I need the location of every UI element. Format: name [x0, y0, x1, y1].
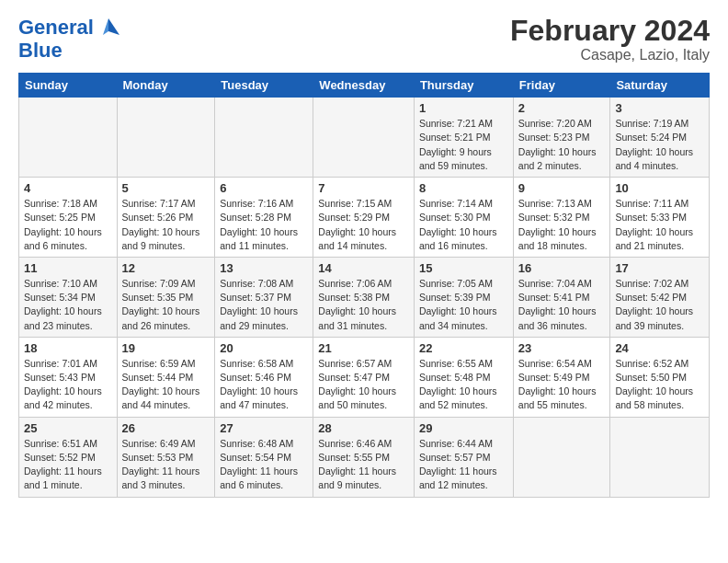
day-info: Sunrise: 6:59 AMSunset: 5:44 PMDaylight:… — [122, 357, 210, 413]
day-number: 25 — [24, 421, 112, 435]
table-row: 8Sunrise: 7:14 AMSunset: 5:30 PMDaylight… — [414, 178, 513, 258]
table-row: 17Sunrise: 7:02 AMSunset: 5:42 PMDayligh… — [610, 257, 710, 337]
day-info: Sunrise: 7:01 AMSunset: 5:43 PMDaylight:… — [24, 357, 112, 413]
day-number: 5 — [122, 181, 210, 195]
calendar-row-0: 1Sunrise: 7:21 AMSunset: 5:21 PMDaylight… — [19, 98, 710, 178]
col-monday: Monday — [117, 74, 215, 98]
table-row: 25Sunrise: 6:51 AMSunset: 5:52 PMDayligh… — [19, 417, 118, 497]
day-number: 29 — [419, 421, 508, 435]
table-row: 18Sunrise: 7:01 AMSunset: 5:43 PMDayligh… — [19, 337, 118, 417]
header: General Blue February 2024 Casape, Lazio… — [18, 15, 710, 63]
col-friday: Friday — [513, 74, 610, 98]
day-info: Sunrise: 7:18 AMSunset: 5:25 PMDaylight:… — [24, 197, 112, 253]
day-info: Sunrise: 7:02 AMSunset: 5:42 PMDaylight:… — [615, 277, 704, 333]
table-row: 3Sunrise: 7:19 AMSunset: 5:24 PMDaylight… — [610, 98, 710, 178]
table-row: 19Sunrise: 6:59 AMSunset: 5:44 PMDayligh… — [117, 337, 215, 417]
table-row — [513, 417, 610, 497]
day-info: Sunrise: 7:21 AMSunset: 5:21 PMDaylight:… — [419, 117, 508, 173]
table-row: 20Sunrise: 6:58 AMSunset: 5:46 PMDayligh… — [215, 337, 313, 417]
day-info: Sunrise: 6:57 AMSunset: 5:47 PMDaylight:… — [318, 357, 409, 413]
day-info: Sunrise: 6:44 AMSunset: 5:57 PMDaylight:… — [419, 437, 508, 493]
day-number: 1 — [419, 101, 508, 115]
col-wednesday: Wednesday — [313, 74, 415, 98]
table-row: 9Sunrise: 7:13 AMSunset: 5:32 PMDaylight… — [513, 178, 610, 258]
day-number: 19 — [122, 341, 210, 355]
subtitle: Casape, Lazio, Italy — [510, 47, 710, 63]
day-number: 3 — [615, 101, 704, 115]
day-number: 4 — [24, 181, 112, 195]
day-info: Sunrise: 7:04 AMSunset: 5:41 PMDaylight:… — [518, 277, 606, 333]
logo: General Blue — [18, 15, 121, 61]
day-info: Sunrise: 7:05 AMSunset: 5:39 PMDaylight:… — [419, 277, 508, 333]
day-number: 21 — [318, 341, 409, 355]
col-thursday: Thursday — [414, 74, 513, 98]
day-number: 6 — [220, 181, 308, 195]
table-row: 29Sunrise: 6:44 AMSunset: 5:57 PMDayligh… — [414, 417, 513, 497]
day-info: Sunrise: 7:10 AMSunset: 5:34 PMDaylight:… — [24, 277, 112, 333]
table-row: 7Sunrise: 7:15 AMSunset: 5:29 PMDaylight… — [313, 178, 415, 258]
calendar-row-4: 25Sunrise: 6:51 AMSunset: 5:52 PMDayligh… — [19, 417, 710, 497]
title-block: February 2024 Casape, Lazio, Italy — [510, 15, 710, 63]
page: General Blue February 2024 Casape, Lazio… — [0, 0, 728, 509]
calendar-row-3: 18Sunrise: 7:01 AMSunset: 5:43 PMDayligh… — [19, 337, 710, 417]
table-row: 22Sunrise: 6:55 AMSunset: 5:48 PMDayligh… — [414, 337, 513, 417]
day-info: Sunrise: 7:17 AMSunset: 5:26 PMDaylight:… — [122, 197, 210, 253]
logo-blue: Blue — [18, 40, 63, 61]
calendar-table: Sunday Monday Tuesday Wednesday Thursday… — [18, 73, 710, 497]
day-number: 18 — [24, 341, 112, 355]
table-row: 13Sunrise: 7:08 AMSunset: 5:37 PMDayligh… — [215, 257, 313, 337]
table-row: 15Sunrise: 7:05 AMSunset: 5:39 PMDayligh… — [414, 257, 513, 337]
table-row: 27Sunrise: 6:48 AMSunset: 5:54 PMDayligh… — [215, 417, 313, 497]
table-row — [313, 98, 415, 178]
table-row: 24Sunrise: 6:52 AMSunset: 5:50 PMDayligh… — [610, 337, 710, 417]
day-number: 7 — [318, 181, 409, 195]
day-number: 10 — [615, 181, 704, 195]
day-number: 8 — [419, 181, 508, 195]
day-number: 16 — [518, 261, 606, 275]
day-info: Sunrise: 6:55 AMSunset: 5:48 PMDaylight:… — [419, 357, 508, 413]
day-info: Sunrise: 6:54 AMSunset: 5:49 PMDaylight:… — [518, 357, 606, 413]
day-number: 24 — [615, 341, 704, 355]
table-row — [215, 98, 313, 178]
day-number: 26 — [122, 421, 210, 435]
logo-text: General — [18, 17, 94, 38]
day-info: Sunrise: 7:14 AMSunset: 5:30 PMDaylight:… — [419, 197, 508, 253]
table-row: 1Sunrise: 7:21 AMSunset: 5:21 PMDaylight… — [414, 98, 513, 178]
day-info: Sunrise: 6:48 AMSunset: 5:54 PMDaylight:… — [220, 437, 308, 493]
table-row — [610, 417, 710, 497]
day-number: 20 — [220, 341, 308, 355]
table-row — [19, 98, 118, 178]
day-info: Sunrise: 7:16 AMSunset: 5:28 PMDaylight:… — [220, 197, 308, 253]
day-info: Sunrise: 7:08 AMSunset: 5:37 PMDaylight:… — [220, 277, 308, 333]
day-number: 13 — [220, 261, 308, 275]
day-number: 17 — [615, 261, 704, 275]
table-row: 12Sunrise: 7:09 AMSunset: 5:35 PMDayligh… — [117, 257, 215, 337]
day-info: Sunrise: 6:52 AMSunset: 5:50 PMDaylight:… — [615, 357, 704, 413]
svg-marker-0 — [108, 18, 119, 35]
col-tuesday: Tuesday — [215, 74, 313, 98]
table-row: 5Sunrise: 7:17 AMSunset: 5:26 PMDaylight… — [117, 178, 215, 258]
logo-icon — [96, 15, 121, 40]
day-number: 9 — [518, 181, 606, 195]
day-number: 2 — [518, 101, 606, 115]
col-saturday: Saturday — [610, 74, 710, 98]
table-row — [117, 98, 215, 178]
day-number: 23 — [518, 341, 606, 355]
main-title: February 2024 — [510, 15, 710, 47]
day-info: Sunrise: 6:46 AMSunset: 5:55 PMDaylight:… — [318, 437, 409, 493]
table-row: 28Sunrise: 6:46 AMSunset: 5:55 PMDayligh… — [313, 417, 415, 497]
svg-marker-1 — [103, 18, 108, 35]
day-number: 14 — [318, 261, 409, 275]
table-row: 21Sunrise: 6:57 AMSunset: 5:47 PMDayligh… — [313, 337, 415, 417]
calendar-row-1: 4Sunrise: 7:18 AMSunset: 5:25 PMDaylight… — [19, 178, 710, 258]
day-number: 11 — [24, 261, 112, 275]
table-row: 14Sunrise: 7:06 AMSunset: 5:38 PMDayligh… — [313, 257, 415, 337]
day-number: 15 — [419, 261, 508, 275]
day-info: Sunrise: 7:11 AMSunset: 5:33 PMDaylight:… — [615, 197, 704, 253]
table-row: 11Sunrise: 7:10 AMSunset: 5:34 PMDayligh… — [19, 257, 118, 337]
table-row: 26Sunrise: 6:49 AMSunset: 5:53 PMDayligh… — [117, 417, 215, 497]
logo-general: General — [18, 16, 94, 39]
day-info: Sunrise: 6:51 AMSunset: 5:52 PMDaylight:… — [24, 437, 112, 493]
day-info: Sunrise: 7:19 AMSunset: 5:24 PMDaylight:… — [615, 117, 704, 173]
day-info: Sunrise: 6:49 AMSunset: 5:53 PMDaylight:… — [122, 437, 210, 493]
